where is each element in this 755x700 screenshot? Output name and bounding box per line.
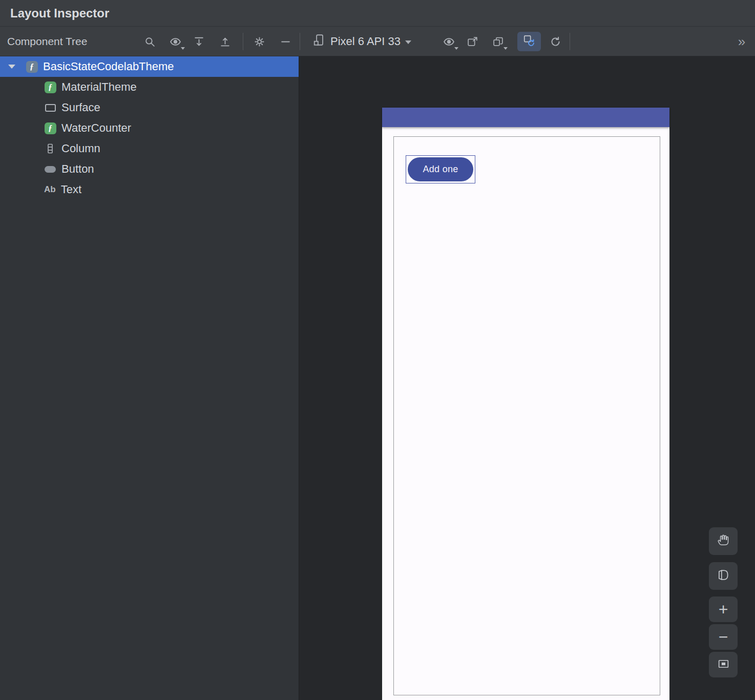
view-options-button[interactable] (167, 33, 183, 50)
zoom-to-fit-button[interactable] (709, 652, 738, 677)
toolbar: Component Tree (0, 27, 755, 56)
live-updates-icon (522, 34, 536, 49)
tree-node-button[interactable]: Button (0, 159, 299, 179)
phone-icon (312, 33, 326, 50)
live-updates-toggle[interactable] (517, 32, 541, 51)
toolbar-separator (300, 33, 300, 50)
view-options-canvas-button[interactable] (441, 33, 457, 50)
window-title: Layout Inspector (10, 6, 109, 20)
3d-mode-button[interactable] (709, 562, 738, 590)
tree-node-watercounter[interactable]: WaterCounter (0, 118, 299, 138)
minus-icon: − (719, 628, 728, 647)
zoom-to-fit-icon (717, 657, 730, 672)
chevron-down-icon (454, 47, 458, 50)
chevron-down-icon (181, 47, 185, 50)
gear-icon (253, 35, 266, 48)
search-icon (143, 35, 156, 48)
tree-node-label: BasicStateCodelabTheme (43, 60, 174, 73)
tree-node-label: Surface (61, 101, 100, 114)
3d-rotation-icon (717, 568, 730, 584)
pan-mode-button[interactable] (709, 527, 738, 555)
process-picker[interactable]: Pixel 6 API 33 (308, 31, 415, 52)
tree-node-materialtheme[interactable]: MaterialTheme (0, 77, 299, 97)
eye-icon (169, 35, 182, 48)
chevron-down-icon (405, 40, 411, 44)
tree-node-label: Text (61, 183, 81, 196)
plus-icon: + (719, 600, 728, 619)
chevron-down-icon[interactable] (8, 65, 15, 69)
window-title-bar: Layout Inspector (0, 0, 755, 27)
toolbar-separator (570, 33, 570, 50)
minus-icon (279, 35, 292, 48)
device-render-canvas: Add one + − (299, 56, 755, 700)
eye-icon (443, 35, 455, 48)
refresh-icon (549, 35, 562, 48)
button-bounds-rect: Add one (406, 155, 475, 183)
chevron-down-icon (504, 47, 508, 50)
expand-all-button[interactable] (191, 33, 207, 50)
toolbar-separator (243, 33, 243, 50)
compose-function-icon (44, 122, 56, 134)
hand-pan-icon (717, 533, 730, 549)
tree-node-label: MaterialTheme (61, 80, 137, 94)
layered-snapshot-icon (492, 35, 505, 48)
column-layout-icon (44, 142, 56, 155)
compose-function-icon (26, 60, 38, 73)
hide-panel-button[interactable] (277, 33, 293, 50)
layout-bounds-rect: Add one (393, 136, 660, 695)
tree-node-label: Column (61, 142, 100, 155)
settings-button[interactable] (251, 33, 267, 50)
snapshot-button[interactable] (464, 33, 480, 50)
toolbar-overflow-button[interactable]: » (733, 33, 750, 50)
button-widget-icon (44, 163, 56, 175)
device-app-bar[interactable] (382, 108, 669, 127)
snapshot-icon (466, 35, 479, 48)
refresh-button[interactable] (547, 33, 563, 50)
collapse-all-button[interactable] (217, 33, 233, 50)
expand-all-icon (193, 35, 205, 48)
component-tree: BasicStateCodelabTheme MaterialTheme Sur… (0, 56, 299, 700)
tree-node-column[interactable]: Column (0, 138, 299, 159)
tree-node-label: Button (61, 162, 94, 176)
collapse-all-icon (219, 35, 232, 48)
double-chevron-icon: » (738, 34, 745, 50)
component-tree-title: Component Tree (7, 27, 87, 56)
tree-node-basicstatecodelabtheme[interactable]: BasicStateCodelabTheme (0, 56, 299, 77)
zoom-in-button[interactable]: + (709, 596, 738, 622)
process-picker-label: Pixel 6 API 33 (330, 35, 401, 48)
search-button[interactable] (141, 33, 158, 50)
text-widget-icon: Ab (44, 183, 56, 196)
tree-node-surface[interactable]: Surface (0, 97, 299, 118)
tree-node-label: WaterCounter (61, 121, 131, 135)
add-one-button[interactable]: Add one (408, 157, 473, 181)
layout-inspector-window: Layout Inspector Component Tree (0, 0, 755, 700)
tree-node-text[interactable]: Ab Text (0, 179, 299, 200)
surface-icon (44, 101, 56, 114)
export-snapshot-button[interactable] (490, 33, 506, 50)
device-screen[interactable]: Add one (382, 127, 669, 700)
zoom-out-button[interactable]: − (709, 624, 738, 650)
compose-function-icon (44, 81, 56, 93)
